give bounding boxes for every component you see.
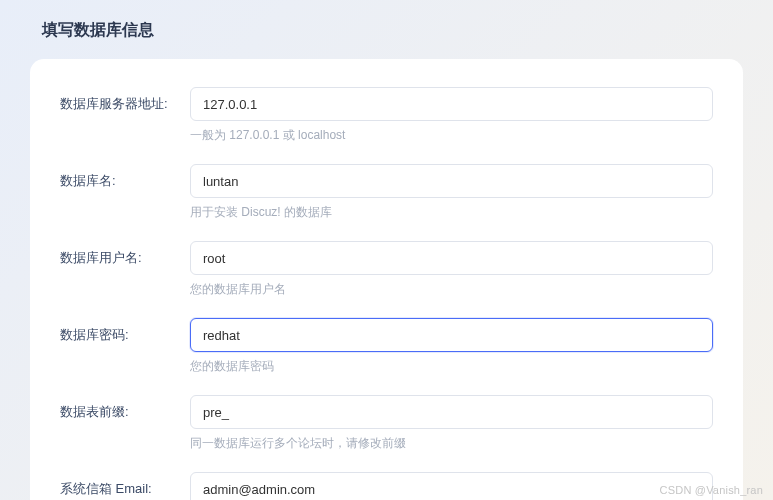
- page-title: 填写数据库信息: [30, 20, 743, 41]
- field-prefix: 同一数据库运行多个论坛时，请修改前缀: [190, 395, 713, 452]
- hint-dbuser: 您的数据库用户名: [190, 281, 713, 298]
- field-dbuser: 您的数据库用户名: [190, 241, 713, 298]
- row-dbuser: 数据库用户名: 您的数据库用户名: [60, 241, 713, 298]
- hint-dbhost: 一般为 127.0.0.1 或 localhost: [190, 127, 713, 144]
- field-dbhost: 一般为 127.0.0.1 或 localhost: [190, 87, 713, 144]
- label-dbhost: 数据库服务器地址:: [60, 87, 190, 113]
- row-prefix: 数据表前缀: 同一数据库运行多个论坛时，请修改前缀: [60, 395, 713, 452]
- input-dbhost[interactable]: [190, 87, 713, 121]
- label-dbuser: 数据库用户名:: [60, 241, 190, 267]
- field-email: 用于发送程序错误报告: [190, 472, 713, 500]
- label-dbpw: 数据库密码:: [60, 318, 190, 344]
- watermark: CSDN @Vanish_ran: [660, 484, 763, 496]
- label-prefix: 数据表前缀:: [60, 395, 190, 421]
- database-form-card: 数据库服务器地址: 一般为 127.0.0.1 或 localhost 数据库名…: [30, 59, 743, 500]
- row-email: 系统信箱 Email: 用于发送程序错误报告: [60, 472, 713, 500]
- row-dbpw: 数据库密码: 您的数据库密码: [60, 318, 713, 375]
- input-dbname[interactable]: [190, 164, 713, 198]
- field-dbname: 用于安装 Discuz! 的数据库: [190, 164, 713, 221]
- hint-dbname: 用于安装 Discuz! 的数据库: [190, 204, 713, 221]
- field-dbpw: 您的数据库密码: [190, 318, 713, 375]
- label-email: 系统信箱 Email:: [60, 472, 190, 498]
- label-dbname: 数据库名:: [60, 164, 190, 190]
- input-prefix[interactable]: [190, 395, 713, 429]
- input-dbuser[interactable]: [190, 241, 713, 275]
- hint-dbpw: 您的数据库密码: [190, 358, 713, 375]
- row-dbname: 数据库名: 用于安装 Discuz! 的数据库: [60, 164, 713, 221]
- input-dbpw[interactable]: [190, 318, 713, 352]
- row-dbhost: 数据库服务器地址: 一般为 127.0.0.1 或 localhost: [60, 87, 713, 144]
- hint-prefix: 同一数据库运行多个论坛时，请修改前缀: [190, 435, 713, 452]
- input-email[interactable]: [190, 472, 713, 500]
